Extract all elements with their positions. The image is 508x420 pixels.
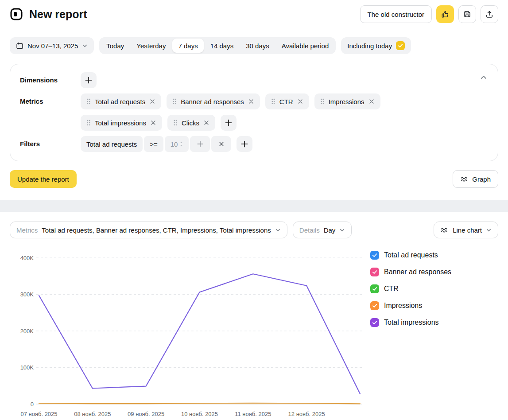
chart-section: 0100K200K300K400K07 нояб. 202508 нояб. 2… [0, 250, 508, 420]
drag-handle-icon[interactable] [86, 98, 91, 105]
preset-today[interactable]: Today [101, 39, 130, 53]
plus-icon [240, 140, 248, 148]
metrics-chips: Total ad requestsBanner ad responsesCTRI… [81, 93, 380, 131]
old-constructor-button[interactable]: The old constructor [360, 5, 432, 23]
plus-icon [197, 140, 204, 148]
metric-chip-row: Total impressionsClicks [81, 115, 380, 131]
remove-metric-icon[interactable] [149, 98, 155, 105]
filters-label: Filters [20, 136, 81, 152]
preset-30-days[interactable]: 30 days [240, 39, 275, 53]
filter-condition: Total ad requests >= 10 [81, 136, 231, 152]
remove-metric-icon[interactable] [203, 120, 209, 126]
metric-chip[interactable]: Impressions [314, 93, 380, 109]
check-icon [372, 286, 378, 292]
preset-yesterday[interactable]: Yesterday [131, 39, 171, 53]
metrics-row: Metrics Total ad requestsBanner ad respo… [20, 93, 488, 131]
stepper-arrows-icon[interactable] [180, 141, 183, 147]
metric-chip-row: Total ad requestsBanner ad responsesCTRI… [81, 93, 380, 109]
filter-field[interactable]: Total ad requests [81, 136, 143, 152]
header: New report The old constructor [0, 0, 508, 23]
details-select-value: Day [324, 226, 336, 234]
legend-checkbox[interactable] [370, 284, 379, 293]
preset-14-days[interactable]: 14 days [205, 39, 240, 53]
legend-item[interactable]: Total impressions [370, 318, 451, 327]
legend-item[interactable]: CTR [370, 284, 451, 293]
remove-metric-icon[interactable] [368, 98, 375, 105]
metric-chip[interactable]: Clicks [167, 115, 215, 131]
metrics-select-label: Metrics [16, 226, 38, 234]
svg-text:10 нояб. 2025: 10 нояб. 2025 [181, 411, 218, 417]
add-filter-condition-button[interactable] [190, 136, 210, 152]
legend-label: CTR [384, 285, 399, 293]
share-icon [485, 10, 494, 19]
including-today-toggle[interactable]: Including today [341, 37, 411, 54]
check-icon [372, 319, 378, 326]
svg-text:200K: 200K [20, 328, 34, 334]
graph-button-label: Graph [472, 175, 491, 183]
update-report-button[interactable]: Update the report [10, 170, 77, 188]
preset-7-days[interactable]: 7 days [172, 39, 203, 53]
save-icon [463, 10, 472, 19]
dimensions-row: Dimensions [20, 72, 488, 88]
drag-handle-icon[interactable] [320, 98, 325, 105]
remove-metric-icon[interactable] [150, 120, 156, 126]
preset-available-period[interactable]: Available period [276, 39, 334, 53]
remove-filter-button[interactable] [211, 136, 231, 152]
line-chart-icon [440, 226, 449, 234]
metric-chip[interactable]: Banner ad responses [167, 93, 260, 109]
plus-icon [225, 119, 233, 127]
share-button[interactable] [481, 5, 498, 23]
metric-chip[interactable]: Total impressions [81, 115, 162, 131]
svg-text:0: 0 [31, 401, 34, 408]
chart-type-select[interactable]: Line chart [434, 222, 498, 238]
drag-handle-icon[interactable] [173, 119, 178, 126]
graph-view-button[interactable]: Graph [453, 170, 498, 188]
legend-item[interactable]: Impressions [370, 301, 451, 310]
section-divider [0, 200, 508, 212]
period-toolbar: Nov 07–13, 2025 TodayYesterday7 days14 d… [0, 37, 508, 54]
svg-text:400K: 400K [20, 255, 34, 261]
filter-value-input[interactable]: 10 [165, 136, 189, 152]
legend-item[interactable]: Total ad requests [370, 251, 451, 260]
thumbs-up-icon [441, 10, 450, 19]
legend-checkbox[interactable] [370, 318, 379, 327]
metrics-select[interactable]: Metrics Total ad requests, Banner ad res… [10, 222, 287, 238]
collapse-panel-button[interactable] [480, 74, 487, 81]
legend-checkbox[interactable] [370, 268, 379, 276]
metric-chip-label: Total impressions [95, 119, 146, 127]
add-filter-button[interactable] [237, 136, 252, 152]
chevron-down-icon [82, 43, 88, 49]
metric-chip-label: CTR [279, 98, 293, 105]
details-select[interactable]: Details Day [293, 222, 352, 238]
including-today-checkbox[interactable] [396, 41, 405, 50]
check-icon [397, 43, 403, 49]
add-metric-button[interactable] [221, 115, 237, 131]
date-range-picker[interactable]: Nov 07–13, 2025 [10, 37, 94, 54]
dimensions-label: Dimensions [20, 72, 81, 88]
legend-checkbox[interactable] [370, 251, 379, 260]
legend-item[interactable]: Banner ad responses [370, 268, 451, 276]
graph-icon [460, 175, 469, 183]
page-title: New report [29, 8, 87, 21]
add-dimension-button[interactable] [81, 72, 97, 88]
legend-label: Impressions [384, 302, 422, 310]
save-button[interactable] [458, 5, 476, 23]
filter-operator[interactable]: >= [144, 136, 163, 152]
report-builder-card: Dimensions Metrics Total ad requestsBann… [10, 64, 498, 161]
metric-chip[interactable]: CTR [265, 93, 309, 109]
app-logo-icon [10, 8, 23, 21]
legend-label: Banner ad responses [384, 268, 451, 276]
remove-metric-icon[interactable] [248, 98, 254, 105]
plus-icon [85, 76, 93, 84]
metric-chip-label: Banner ad responses [181, 98, 244, 105]
metric-chip[interactable]: Total ad requests [81, 93, 161, 109]
legend-label: Total impressions [384, 319, 439, 327]
drag-handle-icon[interactable] [86, 119, 91, 126]
like-button[interactable] [436, 5, 454, 23]
legend-checkbox[interactable] [370, 301, 379, 310]
drag-handle-icon[interactable] [172, 98, 177, 105]
remove-metric-icon[interactable] [297, 98, 303, 105]
drag-handle-icon[interactable] [271, 98, 275, 105]
date-range-label: Nov 07–13, 2025 [27, 42, 78, 50]
metrics-select-value: Total ad requests, Banner ad responses, … [42, 226, 271, 234]
